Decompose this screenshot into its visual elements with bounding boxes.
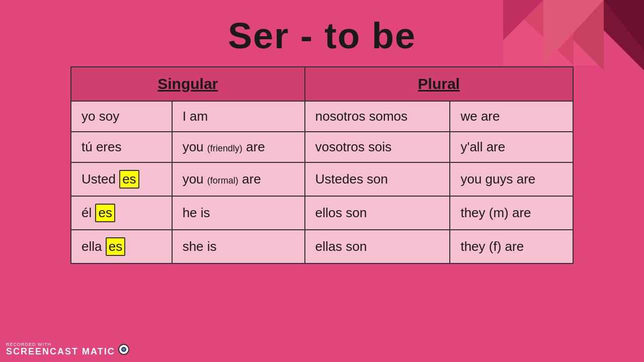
cell-usted-es: Usted es: [71, 162, 172, 196]
table-row: yo soy I am nosotros somos we are: [71, 101, 573, 132]
cell-she-is: she is: [172, 230, 305, 263]
cell-yall-are: y'all are: [450, 132, 573, 162]
cell-nosotros-somos: nosotros somos: [305, 101, 450, 132]
cell-ellas-son: ellas son: [305, 230, 450, 263]
deco-triangles: [503, 0, 644, 90]
formal-label: (formal): [207, 175, 238, 186]
header-singular: Singular: [71, 67, 305, 101]
watermark: RECORDED WITH SCREENCAST MATIC: [6, 342, 129, 356]
brand-label: SCREENCAST MATIC: [6, 347, 115, 356]
table-row: ella es she is ellas son they (f) are: [71, 230, 573, 263]
highlight-es-el: es: [95, 204, 115, 222]
cell-ellos-son: ellos son: [305, 196, 450, 230]
table-row: Usted es you (formal) are Ustedes son yo…: [71, 162, 573, 196]
cell-yo-soy: yo soy: [71, 101, 172, 132]
cell-el-es: él es: [71, 196, 172, 230]
cell-you-formal-are: you (formal) are: [172, 162, 305, 196]
watermark-text: RECORDED WITH SCREENCAST MATIC: [6, 342, 115, 356]
cell-ustedes-son: Ustedes son: [305, 162, 450, 196]
cell-they-f-are: they (f) are: [450, 230, 573, 263]
cell-ella-es: ella es: [71, 230, 172, 263]
cell-you-friendly-are: you (friendly) are: [172, 132, 305, 162]
friendly-label: (friendly): [207, 143, 243, 153]
cell-you-guys-are: you guys are: [450, 162, 573, 196]
cell-we-are: we are: [450, 101, 573, 132]
cell-they-m-are: they (m) are: [450, 196, 573, 230]
table-row: él es he is ellos son they (m) are: [71, 196, 573, 230]
cell-he-is: he is: [172, 196, 305, 230]
cell-tu-eres: tú eres: [71, 132, 172, 162]
table-row: tú eres you (friendly) are vosotros sois…: [71, 132, 573, 162]
cell-vosotros-sois: vosotros sois: [305, 132, 450, 162]
screencast-icon-inner: [121, 347, 126, 352]
highlight-es-usted: es: [119, 170, 139, 189]
conjugation-table: Singular Plural yo soy I am nosotros som…: [70, 66, 574, 264]
highlight-es-ella: es: [106, 237, 125, 256]
conjugation-table-container: Singular Plural yo soy I am nosotros som…: [70, 66, 574, 264]
screencast-icon: [118, 344, 129, 355]
cell-i-am: I am: [172, 101, 305, 132]
